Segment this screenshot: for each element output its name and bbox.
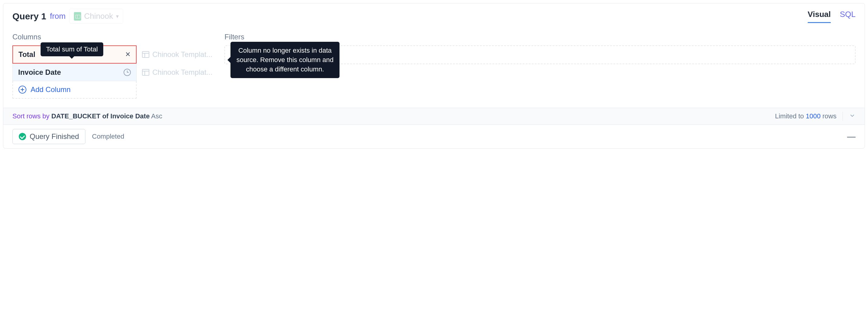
columns-title: Columns [12, 33, 212, 41]
limit-count: 1000 [806, 112, 820, 120]
from-label: from [50, 11, 66, 21]
clock-icon [124, 69, 131, 76]
sort-direction: Asc [151, 112, 162, 120]
columns-list: Total sum of Total Column no longer exis… [12, 45, 212, 99]
template-label: Chinook Templat... [152, 68, 212, 76]
check-circle-icon [19, 133, 26, 140]
filters-title: Filters [224, 33, 856, 41]
status-left: Query Finished Completed [12, 129, 124, 144]
chevron-down-icon[interactable] [849, 112, 856, 120]
query-header: Query 1 from Chinook ▾ Visual SQL [3, 3, 865, 27]
table-icon [142, 69, 149, 76]
query-content: Columns Total sum of Total Column no lon… [3, 27, 865, 108]
spreadsheet-icon [74, 12, 81, 21]
template-link[interactable]: Chinook Templat... [142, 68, 212, 76]
column-item-invoice-date[interactable]: Invoice Date [12, 64, 136, 81]
minimize-icon[interactable]: — [847, 132, 856, 141]
template-link[interactable]: Chinook Templat... [142, 50, 212, 59]
error-tooltip: Column no longer exists in data source. … [230, 42, 340, 78]
limit-suffix: rows [823, 112, 837, 120]
view-tabs: Visual SQL [808, 10, 856, 23]
column-label: Total [19, 50, 35, 59]
plus-circle-icon [19, 86, 26, 94]
query-status-badge[interactable]: Query Finished [12, 129, 85, 144]
limit-prefix: Limited to [775, 112, 804, 120]
add-column-label: Add Column [31, 85, 70, 94]
template-label: Chinook Templat... [152, 50, 212, 59]
query-builder-panel: Query 1 from Chinook ▾ Visual SQL Column… [3, 3, 865, 149]
sort-prefix: Sort rows by [12, 112, 50, 120]
tab-sql[interactable]: SQL [840, 10, 856, 23]
status-badge-label: Query Finished [30, 132, 79, 141]
header-left: Query 1 from Chinook ▾ [12, 9, 123, 24]
close-icon[interactable]: ✕ [125, 51, 130, 58]
table-icon [142, 51, 149, 58]
column-label: Invoice Date [18, 68, 61, 76]
chevron-down-icon: ▾ [116, 13, 119, 20]
sort-right: Limited to 1000 rows [775, 112, 856, 121]
columns-section: Columns Total sum of Total Column no lon… [12, 33, 212, 99]
datasource-name: Chinook [84, 11, 113, 21]
sort-value: DATE_BUCKET of Invoice Date [51, 112, 150, 120]
tab-visual[interactable]: Visual [808, 10, 831, 23]
add-column-button[interactable]: Add Column [12, 81, 136, 99]
query-title: Query 1 [12, 11, 46, 22]
status-text: Completed [92, 133, 124, 140]
status-bar: Query Finished Completed — [3, 124, 865, 148]
sort-bar: Sort rows by DATE_BUCKET of Invoice Date… [3, 108, 865, 124]
column-row: Invoice Date Chinook Templat... [12, 64, 212, 81]
datasource-selector[interactable]: Chinook ▾ [69, 9, 123, 24]
row-limit[interactable]: Limited to 1000 rows [775, 112, 837, 120]
sort-description[interactable]: Sort rows by DATE_BUCKET of Invoice Date… [12, 112, 162, 120]
column-tooltip: Total sum of Total [40, 42, 103, 56]
divider [842, 112, 843, 121]
